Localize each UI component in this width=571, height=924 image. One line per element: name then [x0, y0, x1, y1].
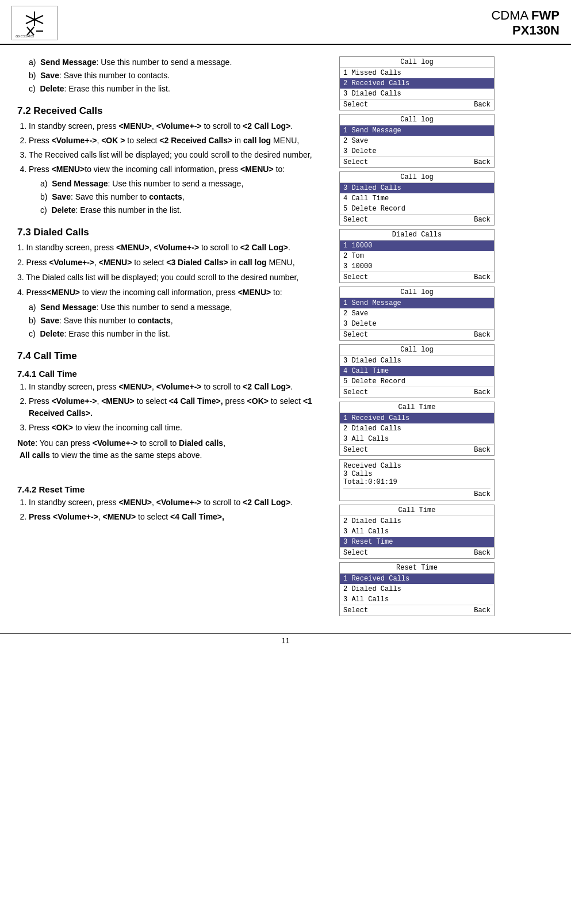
screen10-back: Back — [474, 606, 490, 614]
screen7-back: Back — [474, 446, 490, 454]
screen7-title: Call Time — [340, 402, 494, 413]
screen3-select: Select — [343, 216, 368, 224]
screen5-footer: Select Back — [340, 329, 494, 340]
screen9-row1: 2 Dialed Calls — [340, 516, 494, 526]
screen2-row2: 2 Save — [340, 136, 494, 146]
step-73-3: 3. The Dialed calls list will be display… — [17, 272, 322, 284]
screen-calllog-received: Call log 1 Missed Calls 2 Received Calls… — [339, 56, 495, 110]
screen2-back: Back — [474, 158, 490, 166]
screen5-title: Call log — [340, 287, 494, 298]
screen5-row2: 2 Save — [340, 308, 494, 319]
screen6-row3: 5 Delete Record — [340, 376, 494, 387]
screen5-row3: 3 Delete — [340, 319, 494, 329]
screen-calllog-sendmsg1: Call log 1 Send Message 2 Save 3 Delete … — [339, 114, 495, 168]
screen5-back: Back — [474, 331, 490, 339]
screen9-row3: 3 Reset Time — [340, 537, 494, 547]
screen10-row3: 3 All Calls — [340, 594, 494, 605]
screen4-title: Dialed Calls — [340, 230, 494, 240]
screen8-line2: 3 Calls — [343, 470, 490, 478]
step-741-1: In standby screen, press <MENU>, <Volume… — [29, 381, 322, 393]
screen3-row2: 4 Call Time — [340, 193, 494, 204]
screen7-row3: 3 All Calls — [340, 434, 494, 444]
screen4-row3: 3 10000 — [340, 261, 494, 272]
sub-72-c: c) Delete: Erase this number in the list… — [40, 204, 322, 216]
screen10-row1: 1 Received Calls — [340, 574, 494, 584]
screen4-footer: Select Back — [340, 272, 494, 282]
title-cdma: CDMA — [491, 8, 531, 22]
screen1-row2: 2 Received Calls — [340, 78, 494, 89]
screen1-footer: Select Back — [340, 99, 494, 110]
title-model: PX130N — [491, 23, 559, 38]
screen6-select: Select — [343, 388, 368, 396]
logo-area: axess•tel — [12, 6, 58, 40]
intro-item-c: c) Delete: Erase this number in the list… — [29, 83, 322, 95]
section-741-steps: In standby screen, press <MENU>, <Volume… — [17, 381, 322, 434]
screen2-row3: 3 Delete — [340, 146, 494, 156]
section-742-heading: 7.4.2 Reset Time — [17, 484, 322, 494]
screen8-line3: Total:0:01:19 — [343, 478, 490, 486]
screen1-row3: 3 Dialed Calls — [340, 89, 494, 99]
screen9-footer: Select Back — [340, 547, 494, 558]
page-footer: 11 — [0, 633, 571, 647]
screen10-row2: 2 Dialed Calls — [340, 584, 494, 594]
step-742-2: Press <Volume+->, <MENU> to select <4 Ca… — [29, 511, 322, 523]
screen-calllog-sendmsg2: Call log 1 Send Message 2 Save 3 Delete … — [339, 287, 495, 341]
screen5-select: Select — [343, 331, 368, 339]
screen-calllog-calltime: Call log 3 Dialed Calls 4 Call Time 5 De… — [339, 344, 495, 398]
screen10-footer: Select Back — [340, 605, 494, 616]
section-72-sub: a) Send Message: Use this number to send… — [29, 178, 322, 216]
title-bold: FWP — [531, 8, 559, 22]
screen10-select: Select — [343, 606, 368, 614]
screen4-row2: 2 Tom — [340, 251, 494, 261]
screen5-row1: 1 Send Message — [340, 298, 494, 308]
screen9-title: Call Time — [340, 505, 494, 516]
screen6-footer: Select Back — [340, 387, 494, 398]
screen2-select: Select — [343, 158, 368, 166]
intro-item-b: b) Save: Save this number to contacts. — [29, 70, 322, 82]
section-741-heading: 7.4.1 Call Time — [17, 369, 322, 379]
screen1-title: Call log — [340, 57, 494, 68]
screen6-title: Call log — [340, 345, 494, 356]
screen4-back: Back — [474, 273, 490, 281]
screen-calltime-reset: Call Time 2 Dialed Calls 3 All Calls 3 R… — [339, 505, 495, 559]
section-72-steps: In standby screen, press <MENU>, <Volume… — [17, 120, 322, 216]
step-742-1: In standby screen, press <MENU>, <Volume… — [29, 497, 322, 509]
section-73-sub: a) Send Message: Use this number to send… — [17, 301, 322, 340]
screen4-row1: 1 10000 — [340, 240, 494, 251]
step-72-3: The Received calls list will be displaye… — [29, 149, 322, 161]
step-73-1: 1. In standby screen, press <MENU>, <Vol… — [17, 242, 322, 254]
screen3-back: Back — [474, 216, 490, 224]
section-73-heading: 7.3 Dialed Calls — [17, 227, 322, 238]
step-741-2: Press <Volume+->, <MENU> to select <4 Ca… — [29, 395, 322, 419]
sub-73-c: c) Delete: Erase this number in the list… — [29, 328, 322, 340]
sub-73-a: a) Send Message: Use this number to send… — [29, 301, 322, 314]
screen9-select: Select — [343, 549, 368, 557]
screen8-line1: Received Calls — [343, 462, 490, 470]
screen-resettime: Reset Time 1 Received Calls 2 Dialed Cal… — [339, 562, 495, 616]
screen8-back: Back — [343, 488, 490, 498]
sub-73-b: b) Save: Save this number to contacts, — [29, 315, 322, 327]
step-72-1: In standby screen, press <MENU>, <Volume… — [29, 120, 322, 132]
screen10-title: Reset Time — [340, 563, 494, 574]
sub-72-a: a) Send Message: Use this number to send… — [40, 178, 322, 190]
screen9-back: Back — [474, 549, 490, 557]
screen9-row2: 3 All Calls — [340, 526, 494, 537]
screen4-select: Select — [343, 273, 368, 281]
screen3-title: Call log — [340, 172, 494, 183]
screen7-footer: Select Back — [340, 444, 494, 455]
step-73-2: 2. Press <Volume+->, <MENU> to select <3… — [17, 257, 322, 269]
main-content: a) Send Message: Use this number to send… — [0, 45, 571, 628]
section-742-steps: In standby screen, press <MENU>, <Volume… — [17, 497, 322, 523]
screen2-footer: Select Back — [340, 156, 494, 167]
screen-calllog-dialed: Call log 3 Dialed Calls 4 Call Time 5 De… — [339, 171, 495, 226]
sub-72-b: b) Save: Save this number to contacts, — [40, 191, 322, 203]
step-72-4: Press <MENU>to view the incoming call in… — [29, 163, 322, 216]
screen2-title: Call log — [340, 114, 494, 125]
step-741-3: Press <OK> to view the incoming call tim… — [29, 422, 322, 434]
screen3-row3: 5 Delete Record — [340, 204, 494, 214]
screen3-footer: Select Back — [340, 214, 494, 225]
page-number: 11 — [281, 636, 289, 645]
screen1-select: Select — [343, 101, 368, 109]
screen7-row2: 2 Dialed Calls — [340, 423, 494, 434]
screen7-select: Select — [343, 446, 368, 454]
